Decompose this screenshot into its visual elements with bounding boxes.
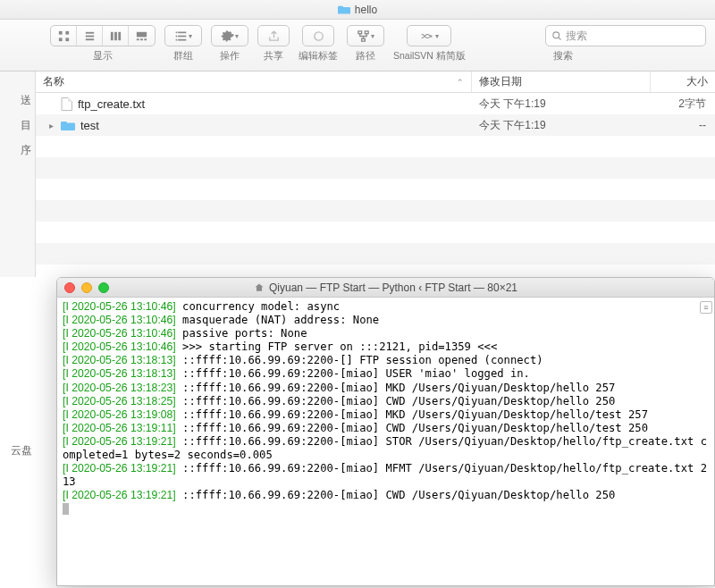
svg-rect-16 [176, 35, 178, 37]
column-modified[interactable]: 修改日期 [472, 71, 651, 92]
sidebar-item[interactable]: 送 [0, 88, 35, 113]
svg-rect-2 [58, 38, 62, 41]
terminal-body[interactable]: ≡ [I 2020-05-26 13:10:46] concurrency mo… [57, 298, 714, 585]
finder-toolbar: 显示 ▾ 群组 ▾ 操作 共享 编辑标签 ▾ 路径 ▾ SnailSVN 精简版 [0, 20, 715, 71]
column-name[interactable]: 名称 ⌃ [36, 71, 472, 92]
file-row[interactable]: ftp_create.txt今天 下午1:192字节 [36, 93, 715, 114]
home-icon [254, 282, 265, 293]
view-switcher: 显示 [50, 25, 156, 63]
path-segment: ▾ 路径 [347, 25, 384, 63]
svg-rect-3 [65, 38, 69, 41]
svg-rect-15 [178, 31, 186, 33]
search-placeholder: 搜索 [566, 29, 587, 44]
empty-row [36, 157, 715, 179]
svg-rect-9 [118, 31, 121, 39]
sidebar-item-cloud[interactable]: 云盘 [0, 438, 36, 463]
share-segment: 共享 [257, 25, 290, 63]
svg-rect-8 [114, 31, 117, 39]
path-label: 路径 [356, 50, 375, 63]
svg-rect-13 [144, 38, 147, 40]
tags-button[interactable] [303, 26, 333, 46]
column-size[interactable]: 大小 [651, 71, 715, 92]
finder-titlebar[interactable]: hello [0, 0, 715, 20]
empty-row [36, 200, 715, 222]
sidebar-item[interactable]: 目 [0, 113, 35, 138]
file-size: 2字节 [651, 97, 715, 112]
svg-point-24 [553, 32, 559, 38]
window-title: hello [355, 4, 377, 16]
view-icon-button[interactable] [51, 26, 77, 46]
column-headers: 名称 ⌃ 修改日期 大小 [36, 71, 715, 93]
svn-segment: ▾ SnailSVN 精简版 [393, 25, 466, 63]
sort-caret-icon: ⌃ [457, 78, 464, 87]
finder-sidebar: 送 目 序 [0, 71, 36, 277]
close-button[interactable] [64, 282, 75, 293]
empty-row [36, 136, 715, 157]
empty-row [36, 179, 715, 200]
svg-rect-17 [178, 35, 186, 37]
group-segment: ▾ 群组 [164, 25, 202, 63]
file-modified: 今天 下午1:19 [472, 118, 651, 133]
view-label: 显示 [93, 50, 113, 63]
file-name: ftp_create.txt [78, 97, 145, 111]
finder-window: hello 显示 ▾ 群组 ▾ 操作 共享 编辑标签 [0, 0, 715, 277]
zoom-button[interactable] [98, 282, 109, 293]
folder-icon [338, 4, 350, 14]
group-button[interactable]: ▾ [165, 26, 201, 46]
search-icon [551, 30, 562, 41]
terminal-title: Qiyuan — FTP Start — Python ‹ FTP Start … [269, 281, 517, 294]
svn-button[interactable]: ▾ [408, 26, 450, 46]
scroll-indicator-icon[interactable]: ≡ [700, 301, 712, 314]
file-list: ftp_create.txt今天 下午1:192字节▸test今天 下午1:19… [36, 93, 715, 265]
svg-rect-1 [65, 30, 69, 34]
file-row[interactable]: ▸test今天 下午1:19-- [36, 114, 715, 136]
disclosure-triangle-icon[interactable]: ▸ [46, 121, 55, 130]
svg-rect-11 [137, 38, 139, 40]
svg-rect-0 [58, 30, 62, 34]
svg-rect-18 [176, 38, 178, 40]
view-list-button[interactable] [77, 26, 103, 46]
terminal-titlebar[interactable]: Qiyuan — FTP Start — Python ‹ FTP Start … [57, 278, 714, 298]
share-label: 共享 [264, 50, 283, 63]
action-button[interactable]: ▾ [212, 26, 248, 46]
svg-rect-10 [137, 31, 147, 37]
svg-rect-21 [358, 30, 362, 33]
svg-rect-12 [140, 38, 143, 40]
tags-label: 编辑标签 [299, 50, 338, 63]
svn-label: SnailSVN 精简版 [393, 50, 466, 63]
group-label: 群组 [173, 50, 193, 63]
file-size: -- [651, 119, 715, 131]
action-segment: ▾ 操作 [211, 25, 248, 63]
tags-segment: 编辑标签 [299, 25, 338, 63]
folder-icon [61, 120, 75, 130]
view-columns-button[interactable] [103, 26, 129, 46]
finder-main: 名称 ⌃ 修改日期 大小 ftp_create.txt今天 下午1:192字节▸… [36, 71, 715, 277]
terminal-output: [I 2020-05-26 13:10:46] concurrency mode… [57, 298, 714, 518]
file-name: test [80, 119, 99, 132]
search-segment: 搜索 搜索 [475, 25, 706, 63]
file-modified: 今天 下午1:19 [472, 97, 651, 112]
search-label: 搜索 [553, 50, 573, 63]
share-button[interactable] [258, 26, 289, 46]
file-icon [61, 97, 72, 111]
svg-line-25 [559, 38, 560, 39]
path-button[interactable]: ▾ [348, 26, 383, 46]
terminal-window: Qiyuan — FTP Start — Python ‹ FTP Start … [56, 277, 715, 586]
svg-rect-19 [178, 38, 186, 40]
empty-row [36, 243, 715, 265]
traffic-lights [64, 282, 109, 293]
minimize-button[interactable] [81, 282, 92, 293]
action-label: 操作 [220, 50, 240, 63]
svg-rect-7 [110, 31, 113, 39]
svg-rect-22 [365, 30, 368, 33]
svg-point-20 [314, 31, 322, 39]
svg-rect-14 [176, 31, 178, 33]
empty-row [36, 222, 715, 243]
view-gallery-button[interactable] [129, 26, 155, 46]
sidebar-item[interactable]: 序 [0, 138, 35, 163]
search-input[interactable]: 搜索 [545, 25, 706, 46]
svg-rect-23 [362, 38, 366, 41]
